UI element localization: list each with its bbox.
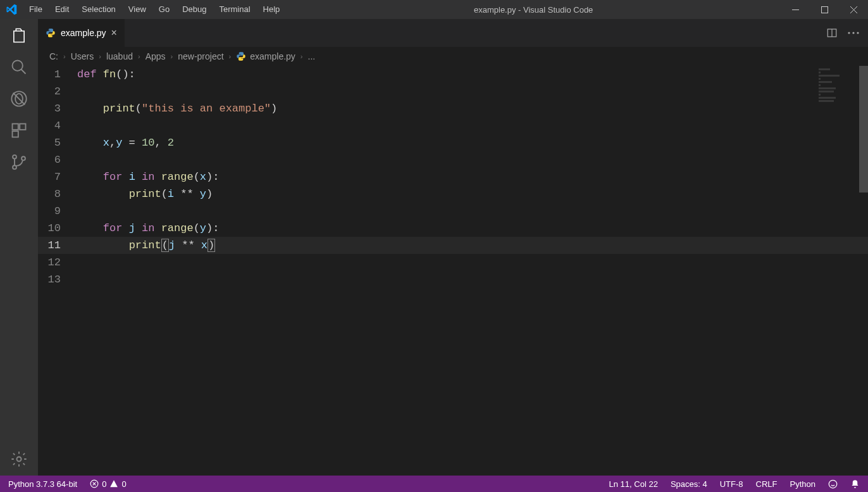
tab-example-py[interactable]: example.py × xyxy=(38,19,125,47)
menu-selection[interactable]: Selection xyxy=(75,0,121,19)
svg-point-14 xyxy=(852,32,854,34)
code-content[interactable]: x,y = 10, 2 xyxy=(73,137,174,149)
line-number: 2 xyxy=(38,85,73,98)
breadcrumb-item[interactable]: example.py xyxy=(236,51,295,61)
code-line[interactable]: 8 print(i ** y) xyxy=(38,186,868,203)
python-file-icon xyxy=(46,28,56,38)
svg-rect-1 xyxy=(821,6,828,13)
window-controls xyxy=(781,0,868,19)
breadcrumb-item[interactable]: Apps xyxy=(146,51,166,61)
code-content[interactable]: def fn(): xyxy=(73,68,135,80)
code-line[interactable]: 9 xyxy=(38,203,868,220)
code-line[interactable]: 7 for i in range(x): xyxy=(38,168,868,186)
error-count: 0 xyxy=(102,479,106,489)
python-interpreter[interactable]: Python 3.7.3 64-bit xyxy=(6,479,79,489)
menu-edit[interactable]: Edit xyxy=(49,0,75,19)
close-button[interactable] xyxy=(839,0,868,19)
line-number: 9 xyxy=(38,205,73,217)
svg-rect-5 xyxy=(13,124,18,130)
code-editor[interactable]: 1def fn():23 print("this is an example")… xyxy=(38,66,868,476)
breadcrumb-item[interactable]: C: xyxy=(49,51,58,61)
warning-count: 0 xyxy=(121,479,126,489)
menu-bar: File Edit Selection View Go Debug Termin… xyxy=(23,0,286,19)
line-number: 12 xyxy=(38,256,73,268)
svg-point-13 xyxy=(848,32,850,34)
svg-point-8 xyxy=(13,155,16,159)
svg-point-15 xyxy=(857,32,859,34)
main-area: example.py × C:› Users› luabud› Apps› ne… xyxy=(0,19,868,476)
problems-indicator[interactable]: 0 0 xyxy=(88,479,128,489)
line-number: 8 xyxy=(38,188,73,200)
code-content[interactable]: print("this is an example") xyxy=(73,103,277,115)
scrollbar-thumb[interactable] xyxy=(859,66,868,192)
explorer-icon[interactable] xyxy=(10,27,28,44)
line-number: 11 xyxy=(38,239,73,251)
code-line[interactable]: 1def fn(): xyxy=(38,66,868,83)
line-number: 4 xyxy=(38,120,73,132)
svg-rect-7 xyxy=(13,131,18,137)
minimize-button[interactable] xyxy=(781,0,810,19)
code-line[interactable]: 2 xyxy=(38,83,868,100)
breadcrumb-item[interactable]: ... xyxy=(308,51,316,61)
editor-region: example.py × C:› Users› luabud› Apps› ne… xyxy=(38,19,868,476)
breadcrumb-item[interactable]: Users xyxy=(71,51,94,61)
line-number: 7 xyxy=(38,171,73,183)
more-actions-icon[interactable] xyxy=(848,32,859,34)
code-content[interactable]: for j in range(y): xyxy=(73,222,219,234)
menu-help[interactable]: Help xyxy=(257,0,287,19)
svg-rect-0 xyxy=(792,9,799,10)
encoding[interactable]: UTF-8 xyxy=(718,479,745,489)
code-line[interactable]: 13 xyxy=(38,271,868,288)
code-line[interactable]: 6 xyxy=(38,151,868,168)
menu-go[interactable]: Go xyxy=(152,0,176,19)
window-title: example.py - Visual Studio Code xyxy=(286,5,781,15)
indentation[interactable]: Spaces: 4 xyxy=(669,479,709,489)
vscode-logo-icon xyxy=(0,4,23,15)
code-content[interactable]: print(i ** y) xyxy=(73,188,213,200)
menu-file[interactable]: File xyxy=(23,0,49,19)
line-number: 1 xyxy=(38,68,73,80)
code-line[interactable]: 5 x,y = 10, 2 xyxy=(38,134,868,151)
titlebar: File Edit Selection View Go Debug Termin… xyxy=(0,0,868,19)
svg-rect-6 xyxy=(20,124,25,130)
feedback-smiley-icon[interactable] xyxy=(826,479,840,489)
code-line[interactable]: 4 xyxy=(38,117,868,134)
menu-view[interactable]: View xyxy=(122,0,152,19)
no-debug-icon[interactable] xyxy=(10,90,28,108)
source-control-icon[interactable] xyxy=(10,153,28,171)
extensions-icon[interactable] xyxy=(10,122,28,139)
svg-point-11 xyxy=(17,457,22,462)
code-content[interactable]: for i in range(x): xyxy=(73,171,219,183)
cursor-position[interactable]: Ln 11, Col 22 xyxy=(607,479,660,489)
minimap[interactable] xyxy=(819,68,857,144)
notifications-bell-icon[interactable] xyxy=(848,479,862,489)
svg-point-10 xyxy=(22,156,25,160)
line-number: 3 xyxy=(38,103,73,115)
breadcrumb-item[interactable]: luabud xyxy=(106,51,133,61)
breadcrumb: C:› Users› luabud› Apps› new-project› ex… xyxy=(38,47,868,66)
line-number: 5 xyxy=(38,137,73,149)
menu-terminal[interactable]: Terminal xyxy=(213,0,256,19)
code-content[interactable]: print(j ** x) xyxy=(73,239,215,251)
code-line[interactable]: 12 xyxy=(38,254,868,271)
status-bar: Python 3.7.3 64-bit 0 0 Ln 11, Col 22 Sp… xyxy=(0,476,868,492)
code-line[interactable]: 10 for j in range(y): xyxy=(38,220,868,237)
line-number: 13 xyxy=(38,274,73,286)
line-number: 10 xyxy=(38,222,73,234)
code-line[interactable]: 3 print("this is an example") xyxy=(38,100,868,117)
language-mode[interactable]: Python xyxy=(788,479,817,489)
close-tab-icon[interactable]: × xyxy=(111,27,117,39)
split-editor-icon[interactable] xyxy=(826,27,838,39)
svg-point-17 xyxy=(829,480,837,488)
menu-debug[interactable]: Debug xyxy=(176,0,213,19)
vertical-scrollbar[interactable] xyxy=(859,66,868,476)
search-icon[interactable] xyxy=(10,58,28,76)
tab-bar: example.py × xyxy=(38,19,868,47)
activity-bar xyxy=(0,19,38,476)
settings-gear-icon[interactable] xyxy=(10,450,28,468)
eol[interactable]: CRLF xyxy=(754,479,779,489)
breadcrumb-item[interactable]: new-project xyxy=(178,51,223,61)
svg-point-9 xyxy=(13,165,16,169)
maximize-button[interactable] xyxy=(810,0,839,19)
code-line[interactable]: 11 print(j ** x) xyxy=(38,237,868,254)
